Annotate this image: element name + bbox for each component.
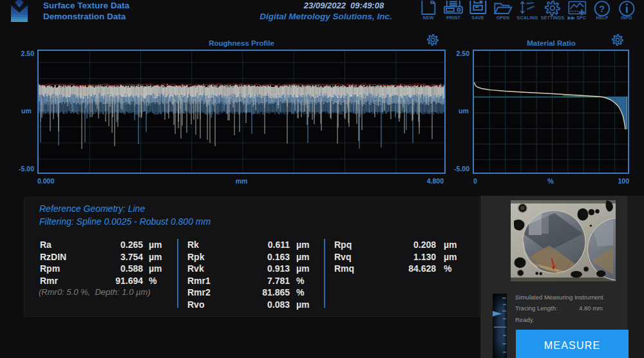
svg-text:?: ? — [599, 4, 605, 14]
